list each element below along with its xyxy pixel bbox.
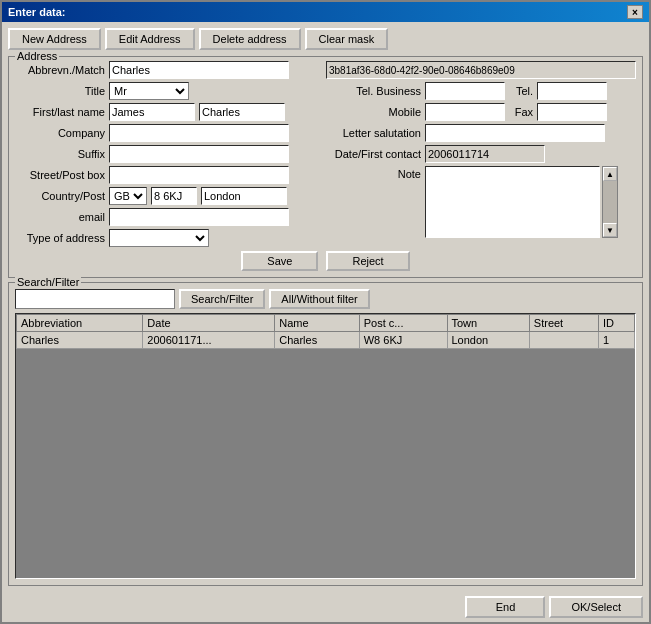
ok-select-button[interactable]: OK/Select [549, 596, 643, 618]
note-textarea[interactable] [425, 166, 600, 238]
new-address-button[interactable]: New Address [8, 28, 101, 50]
title-bar: Enter data: × [2, 2, 649, 22]
address-left: Abbrevn./Match Title Mr Mrs Ms [15, 61, 318, 247]
tel-input[interactable] [537, 82, 607, 100]
letter-salutation-input[interactable] [425, 124, 605, 142]
address-group: Address Abbrevn./Match Title Mr Mrs [8, 56, 643, 278]
scroll-up-button[interactable]: ▲ [603, 167, 617, 181]
street-row: Street/Post box [15, 166, 318, 184]
col-date: Date [143, 315, 275, 332]
scrollbar-track [603, 181, 617, 223]
name-row: First/last name [15, 103, 318, 121]
postcode-input[interactable] [151, 187, 197, 205]
delete-address-button[interactable]: Delete address [199, 28, 301, 50]
table-cell: Charles [17, 332, 143, 349]
first-last-label: First/last name [15, 106, 105, 118]
col-abbreviation: Abbreviation [17, 315, 143, 332]
title-row: Title Mr Mrs Ms [15, 82, 318, 100]
title-label: Title [15, 85, 105, 97]
tel-business-input[interactable] [425, 82, 505, 100]
tel-label: Tel. [509, 85, 533, 97]
date-first-input [425, 145, 545, 163]
window-title: Enter data: [8, 6, 65, 18]
fax-input[interactable] [537, 103, 607, 121]
suffix-input[interactable] [109, 145, 289, 163]
edit-address-button[interactable]: Edit Address [105, 28, 195, 50]
empty-area [16, 349, 635, 499]
letter-salutation-label: Letter salutation [326, 127, 421, 139]
tel-business-label: Tel. Business [326, 85, 421, 97]
city-input[interactable] [201, 187, 287, 205]
abbrev-input[interactable] [109, 61, 289, 79]
company-row: Company [15, 124, 318, 142]
last-name-input[interactable] [199, 103, 285, 121]
letter-salutation-row: Letter salutation [326, 124, 636, 142]
address-right: Tel. Business Tel. Mobile Fax Lett [326, 61, 636, 247]
note-container: ▲ ▼ [425, 166, 618, 238]
email-row: email [15, 208, 318, 226]
id-row [326, 61, 636, 79]
main-content: New Address Edit Address Delete address … [2, 22, 649, 592]
end-button[interactable]: End [465, 596, 545, 618]
address-group-label: Address [15, 50, 59, 62]
street-label: Street/Post box [15, 169, 105, 181]
title-select[interactable]: Mr Mrs Ms [109, 82, 189, 100]
search-filter-group: Search/Filter Search/Filter All/Without … [8, 282, 643, 586]
first-name-input[interactable] [109, 103, 195, 121]
suffix-label: Suffix [15, 148, 105, 160]
id-input [326, 61, 636, 79]
scroll-down-button[interactable]: ▼ [603, 223, 617, 237]
email-label: email [15, 211, 105, 223]
table-cell: 1 [598, 332, 634, 349]
table-cell: W8 6KJ [359, 332, 447, 349]
table-cell [529, 332, 598, 349]
company-input[interactable] [109, 124, 289, 142]
company-label: Company [15, 127, 105, 139]
all-without-filter-button[interactable]: All/Without filter [269, 289, 369, 309]
table-cell: London [447, 332, 529, 349]
close-button[interactable]: × [627, 5, 643, 19]
table-row[interactable]: Charles200601171...CharlesW8 6KJLondon1 [17, 332, 635, 349]
type-label: Type of address [15, 232, 105, 244]
toolbar: New Address Edit Address Delete address … [8, 28, 643, 50]
mobile-label: Mobile [326, 106, 421, 118]
email-input[interactable] [109, 208, 289, 226]
table-cell: 200601171... [143, 332, 275, 349]
col-post: Post c... [359, 315, 447, 332]
results-table: Abbreviation Date Name Post c... Town St… [16, 314, 635, 349]
save-button[interactable]: Save [241, 251, 318, 271]
note-row: Note ▲ ▼ [326, 166, 636, 238]
main-window: Enter data: × New Address Edit Address D… [0, 0, 651, 624]
bottom-bar: End OK/Select [2, 592, 649, 622]
type-row: Type of address [15, 229, 318, 247]
country-post-label: Country/Post [15, 190, 105, 202]
street-input[interactable] [109, 166, 289, 184]
search-filter-button[interactable]: Search/Filter [179, 289, 265, 309]
search-input[interactable] [15, 289, 175, 309]
fax-label: Fax [509, 106, 533, 118]
col-street: Street [529, 315, 598, 332]
type-select[interactable] [109, 229, 209, 247]
mobile-input[interactable] [425, 103, 505, 121]
suffix-row: Suffix [15, 145, 318, 163]
reject-button[interactable]: Reject [326, 251, 409, 271]
abbrev-row: Abbrevn./Match [15, 61, 318, 79]
mobile-fax-row: Mobile Fax [326, 103, 636, 121]
date-first-row: Date/First contact [326, 145, 636, 163]
address-section: Abbrevn./Match Title Mr Mrs Ms [15, 61, 636, 247]
table-body: Charles200601171...CharlesW8 6KJLondon1 [17, 332, 635, 349]
note-scrollbar: ▲ ▼ [602, 166, 618, 238]
tel-business-row: Tel. Business Tel. [326, 82, 636, 100]
country-select[interactable]: GB US [109, 187, 147, 205]
col-id: ID [598, 315, 634, 332]
results-table-container: Abbreviation Date Name Post c... Town St… [15, 313, 636, 579]
note-label: Note [326, 168, 421, 180]
date-first-label: Date/First contact [326, 148, 421, 160]
search-filter-group-label: Search/Filter [15, 276, 81, 288]
save-reject-row: Save Reject [15, 251, 636, 271]
table-header-row: Abbreviation Date Name Post c... Town St… [17, 315, 635, 332]
search-row: Search/Filter All/Without filter [15, 289, 636, 309]
country-row: Country/Post GB US [15, 187, 318, 205]
abbrev-label: Abbrevn./Match [15, 64, 105, 76]
clear-mask-button[interactable]: Clear mask [305, 28, 389, 50]
